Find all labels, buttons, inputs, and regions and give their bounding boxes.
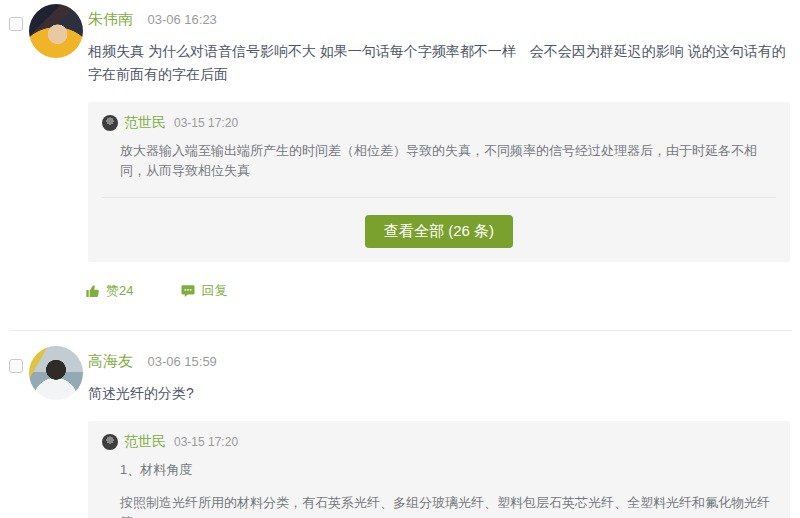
view-all-row: 查看全部 (26 条) (102, 198, 776, 248)
reply-header: 范世民 03-15 17:20 (102, 433, 776, 451)
reply-button[interactable]: 回复 (180, 282, 227, 300)
reply-header: 范世民 03-15 17:20 (102, 114, 776, 132)
reply-box: 范世民 03-15 17:20 1、材料角度 按照制造光纤所用的材料分类，有石英… (88, 421, 790, 518)
reply-author-link[interactable]: 范世民 (124, 114, 166, 132)
reply-user-avatar[interactable] (102, 115, 118, 131)
user-avatar[interactable] (29, 4, 83, 58)
reply-content: 1、材料角度 (120, 460, 776, 480)
post-author-link[interactable]: 朱伟南 (88, 10, 133, 27)
reply-content: 放大器输入端至输出端所产生的时间差（相位差）导致的失真，不同频率的信号经过处理器… (120, 141, 776, 181)
view-all-replies-button[interactable]: 查看全部 (26 条) (365, 215, 513, 248)
select-post-checkbox[interactable] (9, 359, 23, 373)
reply-timestamp: 03-15 17:20 (174, 435, 238, 449)
post-divider (10, 330, 792, 331)
reply-box: 范世民 03-15 17:20 放大器输入端至输出端所产生的时间差（相位差）导致… (88, 102, 790, 262)
like-button[interactable]: 赞24 (85, 282, 133, 300)
post-content: 简述光纤的分类? (88, 382, 790, 405)
post-header: 高海友 03-06 15:59 (88, 344, 800, 371)
user-avatar[interactable] (29, 346, 83, 400)
like-count-label: 赞24 (106, 282, 133, 300)
select-post-checkbox[interactable] (9, 17, 23, 31)
post-author-link[interactable]: 高海友 (88, 352, 133, 369)
post-timestamp: 03-06 15:59 (147, 354, 216, 369)
forum-thread-list: 朱伟南 03-06 16:23 相频失真 为什么对语音信号影响不大 如果一句话每… (0, 0, 800, 518)
reply-author-link[interactable]: 范世民 (124, 433, 166, 451)
reply-timestamp: 03-15 17:20 (174, 116, 238, 130)
post-actions: 赞24 回复 (85, 282, 800, 300)
reply-content: 按照制造光纤所用的材料分类，有石英系光纤、多组分玻璃光纤、塑料包层石英芯光纤、全… (120, 493, 776, 518)
post-content: 相频失真 为什么对语音信号影响不大 如果一句话每个字频率都不一样 会不会因为群延… (88, 40, 790, 86)
reply-user-avatar[interactable] (102, 434, 118, 450)
thumbs-up-icon (85, 283, 101, 299)
post-timestamp: 03-06 16:23 (147, 12, 216, 27)
reply-action-label: 回复 (201, 282, 227, 300)
post: 高海友 03-06 15:59 简述光纤的分类? 范世民 03-15 17:20… (0, 344, 800, 518)
post: 朱伟南 03-06 16:23 相频失真 为什么对语音信号影响不大 如果一句话每… (0, 2, 800, 300)
comment-icon (180, 283, 196, 299)
post-header: 朱伟南 03-06 16:23 (88, 2, 800, 29)
